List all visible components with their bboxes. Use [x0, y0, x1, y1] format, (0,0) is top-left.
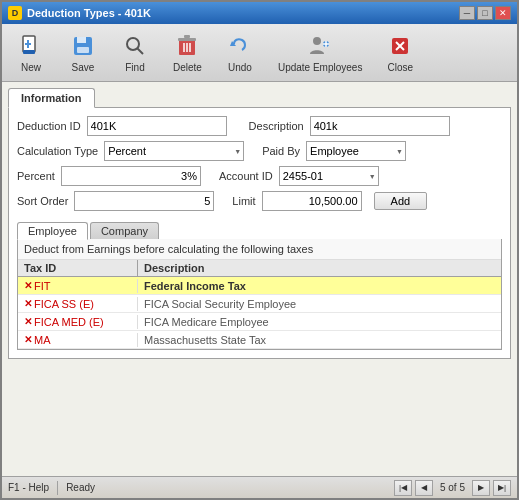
- svg-rect-11: [184, 35, 190, 38]
- calc-type-select[interactable]: Percent Fixed: [104, 141, 244, 161]
- svg-rect-6: [77, 47, 89, 53]
- row-description: Massachusetts State Tax: [138, 333, 501, 347]
- nav-prev-button[interactable]: ◀: [415, 480, 433, 496]
- col-header-description: Description: [138, 260, 501, 276]
- deduction-id-label: Deduction ID: [17, 120, 81, 132]
- x-mark-icon: ✕: [24, 280, 32, 291]
- delete-label: Delete: [173, 62, 202, 73]
- form-row-2: Calculation Type Percent Fixed Paid By E…: [17, 141, 502, 161]
- close-toolbar-icon: [386, 32, 414, 60]
- inner-tab-content: Deduct from Earnings before calculating …: [17, 239, 502, 350]
- svg-rect-2: [25, 43, 31, 45]
- table-row[interactable]: ✕ MA Massachusetts State Tax: [18, 331, 501, 349]
- row-description: FICA Medicare Employee: [138, 315, 501, 329]
- new-button[interactable]: New: [8, 28, 54, 77]
- nav-controls: |◀ ◀ 5 of 5 ▶ ▶|: [394, 480, 511, 496]
- new-icon: [17, 32, 45, 60]
- save-button[interactable]: Save: [60, 28, 106, 77]
- x-mark-icon: ✕: [24, 316, 32, 327]
- table-row[interactable]: ✕ FICA MED (E) FICA Medicare Employee: [18, 313, 501, 331]
- x-mark-icon: ✕: [24, 298, 32, 309]
- tax-id-value: MA: [34, 334, 51, 346]
- account-id-wrapper: 2455-01: [279, 166, 379, 186]
- maximize-button[interactable]: □: [477, 6, 493, 20]
- row-tax-id: ✕ FIT: [18, 279, 138, 293]
- add-button[interactable]: Add: [374, 192, 428, 210]
- tax-id-value: FIT: [34, 280, 51, 292]
- info-panel: Deduction ID Description Calculation Typ…: [8, 108, 511, 359]
- close-toolbar-button[interactable]: Close: [377, 28, 423, 77]
- tab-employee[interactable]: Employee: [17, 222, 88, 240]
- close-toolbar-label: Close: [388, 62, 414, 73]
- tab-company[interactable]: Company: [90, 222, 159, 239]
- window-icon: D: [8, 6, 22, 20]
- toolbar: New Save Find: [2, 24, 517, 82]
- title-bar: D Deduction Types - 401K ─ □ ✕: [2, 2, 517, 24]
- limit-label: Limit: [232, 195, 255, 207]
- status-bar: F1 - Help Ready |◀ ◀ 5 of 5 ▶ ▶|: [2, 476, 517, 498]
- new-label: New: [21, 62, 41, 73]
- row-tax-id: ✕ MA: [18, 333, 138, 347]
- save-icon: [69, 32, 97, 60]
- percent-input[interactable]: [61, 166, 201, 186]
- minimize-button[interactable]: ─: [459, 6, 475, 20]
- close-button[interactable]: ✕: [495, 6, 511, 20]
- title-controls: ─ □ ✕: [459, 6, 511, 20]
- nav-last-button[interactable]: ▶|: [493, 480, 511, 496]
- inner-tabs-area: Employee Company Deduct from Earnings be…: [17, 222, 502, 350]
- sort-order-label: Sort Order: [17, 195, 68, 207]
- svg-line-8: [137, 48, 143, 54]
- find-icon: [121, 32, 149, 60]
- deduct-from-header: Deduct from Earnings before calculating …: [18, 239, 501, 260]
- page-info: 5 of 5: [436, 482, 469, 493]
- sort-order-input[interactable]: [74, 191, 214, 211]
- main-window: D Deduction Types - 401K ─ □ ✕ New: [0, 0, 519, 500]
- form-row-4: Sort Order Limit Add: [17, 191, 502, 211]
- update-employees-button[interactable]: Update Employees: [269, 28, 372, 77]
- row-description: Federal Income Tax: [138, 279, 501, 293]
- tax-id-value: FICA SS (E): [34, 298, 94, 310]
- paid-by-select[interactable]: Employee Company: [306, 141, 406, 161]
- paid-by-label: Paid By: [262, 145, 300, 157]
- page-of: of: [448, 482, 459, 493]
- svg-rect-10: [178, 38, 196, 41]
- find-label: Find: [125, 62, 144, 73]
- limit-input[interactable]: [262, 191, 362, 211]
- calc-type-label: Calculation Type: [17, 145, 98, 157]
- svg-rect-5: [77, 37, 86, 43]
- account-id-label: Account ID: [219, 170, 273, 182]
- svg-point-16: [313, 37, 321, 45]
- undo-label: Undo: [228, 62, 252, 73]
- description-input[interactable]: [310, 116, 450, 136]
- content-area: Information Deduction ID Description Cal…: [2, 82, 517, 476]
- description-label: Description: [249, 120, 304, 132]
- form-row-1: Deduction ID Description: [17, 116, 502, 136]
- find-button[interactable]: Find: [112, 28, 158, 77]
- update-employees-label: Update Employees: [278, 62, 363, 73]
- calc-type-wrapper: Percent Fixed: [104, 141, 244, 161]
- undo-icon: [226, 32, 254, 60]
- title-bar-left: D Deduction Types - 401K: [8, 6, 151, 20]
- table-row[interactable]: ✕ FICA SS (E) FICA Social Security Emplo…: [18, 295, 501, 313]
- deduction-id-input[interactable]: [87, 116, 227, 136]
- percent-label: Percent: [17, 170, 55, 182]
- x-mark-icon: ✕: [24, 334, 32, 345]
- account-id-select[interactable]: 2455-01: [279, 166, 379, 186]
- ready-text: Ready: [66, 482, 95, 493]
- save-label: Save: [72, 62, 95, 73]
- col-header-tax-id: Tax ID: [18, 260, 138, 276]
- table-row[interactable]: ✕ FIT Federal Income Tax: [18, 277, 501, 295]
- table-header: Tax ID Description: [18, 260, 501, 277]
- delete-button[interactable]: Delete: [164, 28, 211, 77]
- svg-rect-3: [23, 50, 35, 54]
- form-row-3: Percent Account ID 2455-01: [17, 166, 502, 186]
- undo-button[interactable]: Undo: [217, 28, 263, 77]
- page-current: 5: [440, 482, 446, 493]
- tab-information[interactable]: Information: [8, 88, 95, 108]
- nav-next-button[interactable]: ▶: [472, 480, 490, 496]
- nav-first-button[interactable]: |◀: [394, 480, 412, 496]
- help-text: F1 - Help: [8, 482, 49, 493]
- inner-tab-header: Employee Company: [17, 222, 502, 239]
- tax-id-value: FICA MED (E): [34, 316, 104, 328]
- delete-icon: [173, 32, 201, 60]
